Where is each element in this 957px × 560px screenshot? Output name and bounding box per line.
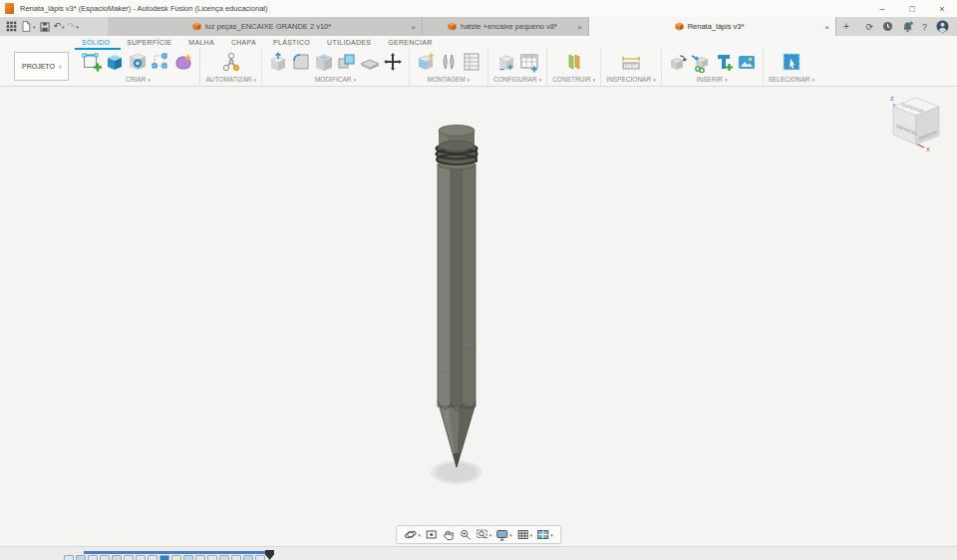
tab-gerenciar[interactable]: GERENCIAR (388, 39, 432, 46)
quick-access-toolbar: ▾ ↶ ▾ ↷ ▾ (0, 17, 108, 36)
orbit-icon[interactable]: ▾ (404, 528, 421, 541)
fillet-icon[interactable] (290, 51, 312, 73)
tab-plastico[interactable]: PLÁSTICO (273, 39, 310, 46)
timeline-feature-icon[interactable] (124, 555, 134, 560)
group-label-montagem[interactable]: MONTAGEM▾ (428, 76, 470, 83)
viewports-icon[interactable]: ▾ (536, 528, 553, 541)
timeline-feature-icon[interactable] (136, 555, 146, 560)
measure-icon[interactable] (620, 51, 642, 73)
offset-face-icon[interactable] (359, 51, 381, 73)
timeline-feature-icon[interactable] (183, 555, 193, 560)
select-icon[interactable] (781, 51, 802, 73)
timeline-feature-icon[interactable] (231, 555, 241, 560)
redo-icon[interactable]: ↷ ▾ (67, 22, 80, 31)
close-tab-icon[interactable]: × (411, 22, 416, 31)
display-settings-icon[interactable]: ▾ (495, 528, 512, 541)
minimize-button[interactable]: – (867, 0, 897, 17)
timeline-feature-icon[interactable] (207, 555, 217, 560)
timeline-feature-icon[interactable] (243, 555, 253, 560)
group-label-automatizar[interactable]: AUTOMATIZAR▾ (205, 76, 256, 83)
new-component-icon[interactable] (415, 51, 437, 73)
document-tab[interactable]: luz peças_ENCAIXE GRANDE 2 v10* × (108, 17, 423, 36)
timeline-feature-icon[interactable] (195, 555, 205, 560)
job-status-icon[interactable]: ⟳ (865, 22, 873, 32)
pan-icon[interactable] (442, 528, 455, 541)
avatar[interactable] (936, 20, 949, 33)
timeline-feature-icon[interactable] (255, 555, 265, 560)
pattern-icon[interactable] (150, 51, 171, 73)
timeline-feature-icon[interactable] (160, 555, 169, 560)
group-modificar: MODIFICAR▾ (262, 48, 410, 86)
timeline-feature-icon[interactable] (148, 555, 158, 560)
timeline-feature-icon[interactable] (112, 555, 122, 560)
grid-icon[interactable]: ▾ (516, 528, 533, 541)
timeline-playhead[interactable] (265, 550, 274, 560)
shell-icon[interactable] (313, 51, 335, 73)
group-label-inserir[interactable]: INSERIR▾ (697, 76, 728, 83)
save-icon[interactable] (38, 21, 52, 33)
timeline[interactable] (0, 546, 957, 560)
timeline-feature-icon[interactable] (100, 555, 110, 560)
combine-icon[interactable] (336, 51, 358, 73)
close-tab-icon[interactable]: × (824, 22, 829, 31)
group-label-construir[interactable]: CONSTRUIR▾ (552, 76, 595, 83)
tab-malha[interactable]: MALHA (188, 39, 214, 46)
document-tab-active[interactable]: Renata_lápis v3* × (589, 17, 836, 36)
close-button[interactable]: × (927, 0, 957, 17)
help-icon[interactable]: ? (922, 22, 927, 32)
timeline-feature-icon[interactable] (88, 555, 98, 560)
press-pull-icon[interactable] (267, 51, 289, 73)
bom-list-icon[interactable] (461, 51, 482, 73)
timeline-feature-icon[interactable] (76, 555, 86, 560)
timeline-feature-icon[interactable] (64, 555, 74, 560)
chevron-down-icon: ▾ (509, 532, 512, 538)
app-grid-icon[interactable] (5, 21, 18, 32)
chevron-down-icon: ▾ (539, 77, 542, 83)
configuration-icon[interactable] (495, 51, 517, 73)
viewcube-z-axis-label: Z (890, 96, 894, 102)
joint-icon[interactable] (438, 51, 460, 73)
group-label-inspecionar[interactable]: INSPECIONAR▾ (606, 76, 655, 83)
create-sketch-icon[interactable] (81, 51, 103, 73)
document-tab[interactable]: hatste +encaixe pequeno v8* × (423, 17, 589, 36)
look-at-icon[interactable] (425, 528, 438, 541)
move-icon[interactable] (382, 51, 404, 73)
timeline-feature-icon[interactable] (219, 555, 229, 560)
group-label-criar[interactable]: CRIAR▾ (126, 76, 151, 83)
configuration-table-icon[interactable] (518, 51, 540, 73)
revolve-icon[interactable] (127, 51, 149, 73)
tab-solido[interactable]: SÓLIDO (82, 39, 110, 46)
close-tab-icon[interactable]: × (577, 22, 582, 31)
notifications-bell-icon[interactable] (902, 21, 913, 33)
group-label-modificar[interactable]: MODIFICAR▾ (315, 76, 356, 83)
document-tab-label: luz peças_ENCAIXE GRANDE 2 v10* (205, 22, 331, 31)
chevron-down-icon: ▾ (468, 77, 471, 83)
fit-icon[interactable]: ▾ (476, 528, 492, 541)
decal-icon[interactable] (736, 51, 758, 73)
new-tab-button[interactable]: + (836, 17, 856, 36)
recent-clock-icon[interactable] (882, 21, 893, 32)
chevron-down-icon: ▾ (59, 64, 62, 70)
tab-superficie[interactable]: SUPERFÍCIE (127, 39, 171, 46)
group-label-configurar[interactable]: CONFIGURAR▾ (493, 76, 541, 83)
automate-icon[interactable] (220, 51, 242, 73)
viewport-canvas[interactable]: Z X SUPERIOR FRONTAL DIREITA ▾ ▾ ▾ (0, 87, 957, 546)
group-label-selecionar[interactable]: SELECIONAR▾ (769, 76, 814, 83)
viewcube[interactable]: Z X SUPERIOR FRONTAL DIREITA (867, 90, 951, 173)
maximize-button[interactable]: □ (897, 0, 927, 17)
create-form-icon[interactable] (172, 51, 194, 73)
tab-chapa[interactable]: CHAPA (231, 39, 256, 46)
extrude-icon[interactable] (104, 51, 126, 73)
timeline-feature-icon[interactable] (171, 555, 181, 560)
insert-mesh-icon[interactable] (690, 51, 712, 73)
zoom-icon[interactable] (459, 528, 472, 541)
chevron-down-icon: ▾ (812, 77, 815, 83)
undo-icon[interactable]: ↶ ▾ (53, 22, 66, 31)
pencil-model[interactable] (0, 87, 957, 546)
insert-fastener-icon[interactable] (713, 51, 735, 73)
file-menu-icon[interactable]: ▾ (19, 20, 37, 33)
construct-plane-icon[interactable] (563, 51, 585, 73)
tab-utilidades[interactable]: UTILIDADES (327, 39, 371, 46)
project-button[interactable]: PROJETO ▾ (14, 52, 69, 81)
derive-icon[interactable] (667, 51, 689, 73)
